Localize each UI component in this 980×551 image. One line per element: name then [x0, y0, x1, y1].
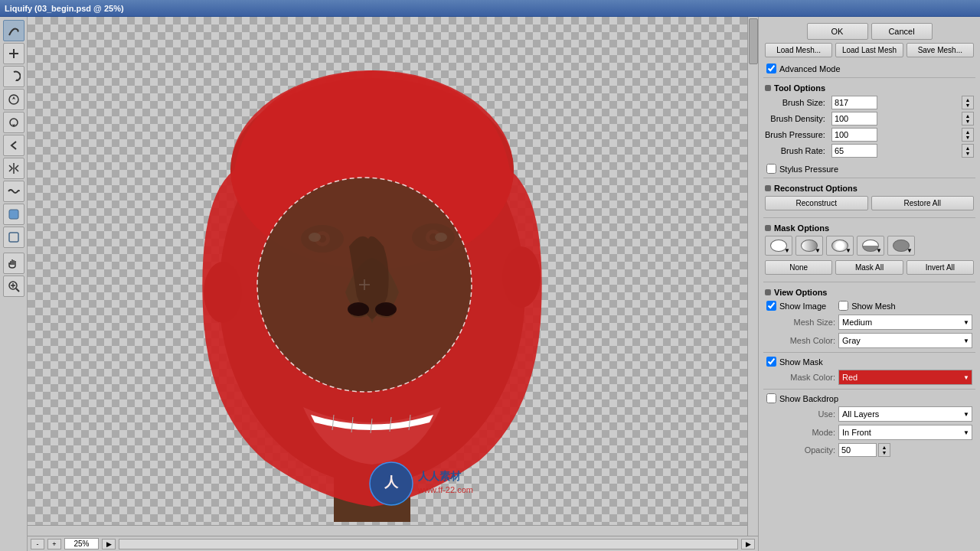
view-options-label: View Options: [774, 288, 827, 297]
show-image-label: Show Image: [779, 302, 826, 311]
brush-rate-label: Brush Rate:: [765, 146, 828, 155]
mode-label: Mode:: [766, 428, 835, 437]
stylus-pressure-row: Stylus Pressure: [759, 162, 980, 175]
show-mask-checkbox[interactable]: [766, 357, 776, 367]
bloat-tool[interactable]: [3, 112, 24, 133]
save-mesh-button[interactable]: Save Mesh...: [906, 43, 974, 57]
mesh-color-label: Mesh Color:: [766, 336, 835, 345]
brush-size-stepper[interactable]: ▲▼: [962, 96, 974, 109]
show-backdrop-checkbox[interactable]: [766, 393, 776, 403]
mesh-size-wrapper: Medium Small Large ▼: [838, 315, 972, 330]
status-bar: - + 25% ▶ ▶: [28, 536, 758, 551]
mask-icons-row: ▼ ▼ ▼ ▼ ▼: [759, 234, 980, 259]
zoom-in-button[interactable]: +: [47, 539, 61, 549]
warp-tool[interactable]: [3, 20, 24, 41]
reconstruct-button[interactable]: Reconstruct: [765, 196, 868, 210]
canvas-container[interactable]: 人 人人素材 www.ff-22.com - + 25% ▶ ▶: [28, 17, 758, 551]
mode-select[interactable]: In Front Behind: [838, 425, 972, 440]
push-left-tool[interactable]: [3, 135, 24, 156]
mask-color-label: Mask Color:: [766, 373, 835, 382]
ok-cancel-row: OK Cancel: [759, 17, 980, 43]
opacity-label: Opacity:: [766, 445, 835, 455]
svg-text:人人素材: 人人素材: [417, 470, 462, 482]
svg-rect-7: [9, 210, 18, 219]
mask-action-buttons: None Mask All Invert All: [759, 259, 980, 279]
mesh-size-row: Mesh Size: Medium Small Large ▼: [759, 313, 980, 331]
mask-icon-5[interactable]: ▼: [887, 236, 915, 256]
turbulence-tool[interactable]: [3, 181, 24, 202]
svg-point-43: [348, 302, 369, 316]
reconstruct-tool[interactable]: [3, 43, 24, 64]
use-wrapper: All Layers Current Layer ▼: [838, 406, 972, 422]
main-layout: 人 人人素材 www.ff-22.com - + 25% ▶ ▶: [0, 17, 980, 551]
brush-pressure-input[interactable]: [831, 128, 877, 142]
tool-options-section: Tool Options: [759, 80, 980, 94]
mesh-size-select[interactable]: Medium Small Large: [838, 315, 972, 330]
scroll-bar-vertical[interactable]: [747, 17, 758, 536]
svg-text:人: 人: [384, 474, 399, 490]
canvas-area[interactable]: 人 人人素材 www.ff-22.com - + 25% ▶ ▶: [28, 17, 758, 551]
brush-size-label: Brush Size:: [765, 98, 828, 107]
mask-icon-3[interactable]: ▼: [826, 236, 854, 256]
scroll-bar-horizontal[interactable]: [28, 525, 747, 536]
horizontal-scroll[interactable]: [119, 539, 738, 549]
show-mask-label: Show Mask: [779, 357, 823, 367]
reconstruct-buttons: Reconstruct Restore All: [759, 194, 980, 215]
brush-rate-stepper[interactable]: ▲▼: [962, 144, 974, 158]
show-backdrop-label: Show Backdrop: [779, 394, 838, 403]
twirl-cw-tool[interactable]: [3, 66, 24, 87]
advanced-mode-checkbox[interactable]: [766, 64, 776, 73]
hand-tool[interactable]: [3, 253, 24, 274]
canvas-image: 人 人人素材 www.ff-22.com: [51, 32, 732, 537]
stylus-pressure-checkbox[interactable]: [766, 164, 776, 174]
mask-all-button[interactable]: Mask All: [835, 260, 903, 275]
opacity-stepper[interactable]: ▲▼: [878, 443, 890, 457]
title-bar: Liquify (03_begin.psd @ 25%): [0, 0, 980, 17]
mesh-buttons-row: Load Mesh... Load Last Mesh Save Mesh...: [759, 43, 980, 62]
mask-color-select[interactable]: Red Green Blue White: [838, 370, 972, 385]
zoom-tool[interactable]: [3, 276, 24, 297]
load-last-mesh-button[interactable]: Load Last Mesh: [835, 43, 903, 57]
stylus-pressure-label: Stylus Pressure: [779, 165, 838, 174]
brush-pressure-stepper[interactable]: ▲▼: [962, 128, 974, 142]
load-mesh-button[interactable]: Load Mesh...: [765, 43, 832, 57]
ok-button[interactable]: OK: [807, 23, 868, 40]
opacity-input[interactable]: [838, 443, 877, 457]
freeze-mask-tool[interactable]: [3, 204, 24, 225]
svg-marker-3: [12, 96, 15, 99]
zoom-out-button[interactable]: -: [31, 539, 44, 549]
opacity-row: Opacity: ▲▼: [759, 442, 980, 458]
mesh-color-select[interactable]: Gray Black White Red: [838, 333, 972, 348]
view-options-section: View Options: [759, 285, 980, 298]
mask-icon-1[interactable]: ▼: [765, 236, 792, 256]
brush-density-input[interactable]: [831, 112, 877, 126]
none-button[interactable]: None: [765, 260, 832, 275]
thaw-mask-tool[interactable]: [3, 227, 24, 248]
brush-size-input[interactable]: [831, 96, 877, 109]
restore-all-button[interactable]: Restore All: [871, 196, 975, 210]
show-mesh-checkbox[interactable]: [838, 301, 848, 311]
zoom-right-button[interactable]: ▶: [102, 539, 116, 549]
mirror-tool[interactable]: [3, 158, 24, 179]
mode-wrapper: In Front Behind ▼: [838, 425, 972, 440]
cancel-button[interactable]: Cancel: [871, 23, 933, 40]
tool-options-label: Tool Options: [774, 83, 825, 93]
show-mesh-label: Show Mesh: [851, 302, 895, 311]
mask-options-section: Mask Options: [759, 220, 980, 234]
mesh-size-label: Mesh Size:: [766, 318, 835, 327]
reconstruct-label: Reconstruct Options: [774, 184, 858, 193]
advanced-mode-label: Advanced Mode: [779, 64, 841, 73]
brush-density-stepper[interactable]: ▲▼: [962, 112, 974, 126]
svg-point-44: [375, 302, 397, 316]
show-image-checkbox[interactable]: [766, 301, 776, 311]
mask-icon-4[interactable]: ▼: [857, 236, 884, 256]
use-select[interactable]: All Layers Current Layer: [838, 406, 972, 422]
svg-line-10: [16, 289, 19, 292]
brush-rate-input[interactable]: [831, 144, 877, 158]
svg-rect-8: [9, 233, 18, 242]
pucker-tool[interactable]: [3, 89, 24, 110]
show-image-row: Show Image Show Mesh: [759, 298, 980, 313]
mask-icon-2[interactable]: ▼: [795, 236, 823, 256]
scroll-end-button[interactable]: ▶: [741, 539, 755, 549]
invert-all-button[interactable]: Invert All: [906, 260, 974, 275]
